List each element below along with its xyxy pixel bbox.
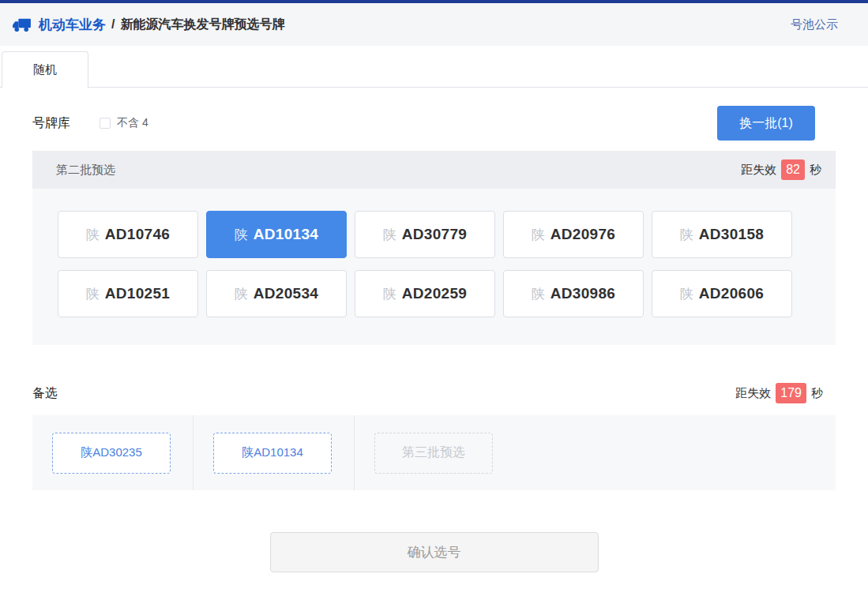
backup-slot-cell: 陕AD10134 (194, 415, 355, 490)
backup-panel: 陕AD30235陕AD10134第三批预选 (32, 415, 836, 490)
backup-title: 备选 (32, 385, 58, 402)
backup-plate-option[interactable]: 陕AD30235 (52, 433, 171, 474)
plate-option[interactable]: 陕AD20534 (206, 270, 347, 317)
plate-pool-panel: 第二批预选 距失效 82 秒 陕AD10746陕AD10134陕AD30779陕… (32, 151, 836, 345)
change-batch-button[interactable]: 换一批(1) (717, 106, 815, 141)
plate-option[interactable]: 陕AD30779 (355, 211, 495, 258)
plate-option[interactable]: 陕AD30158 (652, 211, 792, 258)
tabs-bar: 随机 (0, 46, 868, 88)
plate-province: 陕 (532, 226, 545, 244)
backup-slot-cell: 第三批预选 (355, 415, 516, 490)
plate-option-selected[interactable]: 陕AD10134 (206, 211, 347, 258)
expire-prefix: 距失效 (735, 386, 771, 401)
confirm-row: 确认选号 (32, 532, 836, 572)
pool-header-row: 号牌库 不含 4 换一批(1) (32, 106, 836, 141)
confirm-selection-button[interactable]: 确认选号 (270, 532, 599, 572)
expire-seconds-badge: 179 (776, 383, 806, 403)
page-title: 新能源汽车换发号牌预选号牌 (120, 17, 284, 33)
plate-province: 陕 (532, 285, 545, 303)
plate-option[interactable]: 陕AD20259 (355, 270, 495, 317)
backup-expire-countdown: 距失效 179 秒 (735, 383, 823, 403)
plate-number: AD30158 (699, 226, 764, 243)
plate-province: 陕 (86, 285, 100, 303)
plate-number: AD20534 (254, 285, 318, 302)
backup-header-row: 备选 距失效 179 秒 (32, 383, 836, 403)
pool-expire-countdown: 距失效 82 秒 (741, 159, 821, 180)
breadcrumb-root[interactable]: 机动车业务 (39, 16, 106, 34)
batch-title: 第二批预选 (56, 163, 115, 178)
plate-province: 陕 (680, 285, 693, 303)
expire-suffix: 秒 (811, 386, 823, 401)
plate-province: 陕 (235, 285, 248, 303)
plate-number: AD10746 (105, 226, 170, 243)
plate-number: AD20976 (550, 226, 615, 243)
plate-number: AD20606 (699, 285, 764, 302)
batch-header-bar: 第二批预选 距失效 82 秒 (32, 151, 836, 189)
plate-option[interactable]: 陕AD10746 (58, 211, 198, 258)
plate-option[interactable]: 陕AD30986 (503, 270, 644, 317)
tab-random[interactable]: 随机 (2, 51, 88, 88)
plate-number: AD30986 (550, 285, 615, 302)
expire-seconds-badge: 82 (781, 159, 805, 180)
plate-number: AD20259 (402, 285, 467, 302)
backup-batch-placeholder: 第三批预选 (374, 433, 493, 474)
plate-option[interactable]: 陕AD20606 (652, 270, 792, 317)
plate-number: AD10251 (105, 285, 170, 302)
exclude-4-checkbox-group[interactable]: 不含 4 (100, 116, 148, 130)
exclude-4-checkbox[interactable] (100, 118, 111, 129)
backup-slot-cell: 陕AD30235 (32, 415, 194, 490)
plate-number: AD30779 (402, 226, 467, 243)
tabs-divider (0, 87, 868, 88)
page-header: 机动车业务 / 新能源汽车换发号牌预选号牌 号池公示 (0, 3, 868, 46)
plate-province: 陕 (383, 226, 396, 244)
plate-option[interactable]: 陕AD20976 (503, 211, 644, 258)
plate-number: AD10134 (254, 226, 318, 243)
plate-province: 陕 (680, 226, 693, 244)
breadcrumb-separator: / (111, 17, 115, 32)
pool-title: 号牌库 (32, 115, 70, 132)
expire-suffix: 秒 (810, 163, 821, 178)
plate-province: 陕 (383, 285, 396, 303)
backup-plate-option[interactable]: 陕AD10134 (213, 433, 332, 474)
truck-icon (11, 14, 32, 36)
pool-publicity-link[interactable]: 号池公示 (791, 17, 838, 32)
plate-option[interactable]: 陕AD10251 (58, 270, 198, 317)
exclude-4-label: 不含 4 (117, 116, 148, 130)
expire-prefix: 距失效 (741, 163, 776, 178)
plate-province: 陕 (235, 226, 248, 244)
plate-grid: 陕AD10746陕AD10134陕AD30779陕AD20976陕AD30158… (32, 189, 836, 317)
main-content: 号牌库 不含 4 换一批(1) 第二批预选 距失效 82 秒 陕AD10746陕… (0, 106, 868, 572)
plate-province: 陕 (86, 226, 100, 244)
